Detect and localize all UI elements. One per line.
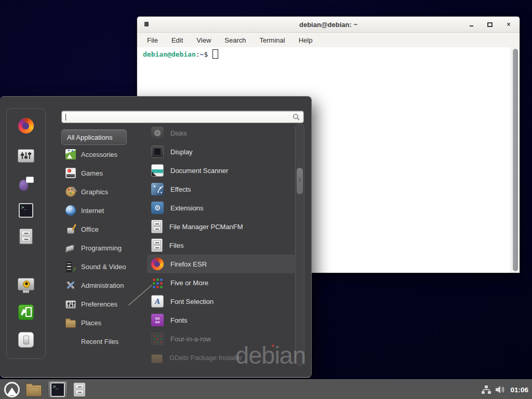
app-firefox-esr[interactable]: Firefox ESR [147,255,295,273]
app-display[interactable]: Display [147,142,295,161]
preferences-icon [65,300,76,309]
desktop: debian@debian: ~ × File Edit View Search… [0,0,532,399]
app-list-scrollbar[interactable] [295,124,304,366]
font-selection-icon: A [151,295,164,308]
category-accessories[interactable]: Accessories [61,145,144,164]
menu-help[interactable]: Help [299,36,313,44]
gdebi-icon [151,354,163,363]
category-label: Accessories [81,151,117,158]
maximize-button[interactable] [486,21,494,28]
favorite-firefox[interactable] [7,119,45,132]
app-files[interactable]: Files [147,236,295,255]
search-box [61,111,304,123]
app-effects[interactable]: Effects [147,180,295,198]
network-icon[interactable] [482,385,491,394]
category-label: Graphics [81,188,108,196]
favorite-log-out[interactable] [7,304,45,320]
category-label: Administration [81,282,124,289]
category-label: All Applications [67,134,112,141]
display-icon [151,145,164,158]
category-office[interactable]: Office [61,220,144,238]
menu-view[interactable]: View [196,36,211,44]
clock[interactable]: 01:06 [510,386,528,394]
terminal-scrollbar-thumb[interactable] [513,49,518,271]
serif-a-glyph: A [155,298,160,305]
category-sound-video[interactable]: ♪ Sound & Video [61,257,144,276]
menu-button[interactable] [4,382,20,397]
app-font-selection[interactable]: A Font Selection [147,292,295,311]
terminal-taskbar-button[interactable]: >_ [48,381,68,398]
category-internet[interactable]: Internet [61,201,144,220]
category-recent-files[interactable]: Recent Files [61,332,144,351]
search-input[interactable] [62,111,303,123]
taskbar-launchers: >_ [0,381,85,398]
places-icon [65,320,76,328]
administration-icon [65,280,76,290]
favorite-terminal[interactable]: >_ [7,203,45,218]
five-or-more-icon [151,276,164,289]
menu-search[interactable]: Search [224,36,246,44]
app-gdebi[interactable]: GDebi Package Installer [147,348,295,367]
application-menu: >_ All A [0,96,312,378]
category-label: Games [81,169,103,177]
close-button[interactable]: × [505,21,512,28]
app-label: File Manager PCManFM [169,223,243,231]
internet-icon [65,205,76,216]
note-glyph: ♪ [73,264,77,273]
terminal-prompt-glyph: >_ [53,384,58,389]
app-label: Font Selection [170,298,214,305]
terminal-prompt-glyph: >_ [21,205,26,210]
app-extensions[interactable]: ⚙ Extensions [147,198,295,217]
window-title: debian@debian: ~ [299,21,357,29]
category-all-applications[interactable]: All Applications [61,129,127,145]
favorite-file-manager[interactable] [7,230,45,243]
app-document-scanner[interactable]: Document Scanner [147,161,295,180]
app-label: Files [169,242,183,249]
category-places[interactable]: Places [61,313,144,332]
menu-edit[interactable]: Edit [171,36,183,44]
file-cabinet-icon [19,229,32,244]
category-label: Preferences [81,300,117,308]
app-five-or-more[interactable]: Five or More [147,273,295,292]
files-launcher[interactable] [73,382,85,396]
app-label: GDebi Package Installer [169,354,242,362]
file-manager-launcher[interactable] [26,385,42,396]
app-label: Firefox ESR [170,260,207,268]
favorite-shut-down[interactable] [7,332,45,348]
volume-icon[interactable] [496,385,506,394]
menu-terminal[interactable]: Terminal [260,36,285,44]
pidgin-icon [18,176,34,191]
favorite-lock-screen[interactable] [7,278,45,290]
shell-prompt: debian@debian:~$ [143,49,218,59]
programming-icon [65,243,76,253]
sound-video-icon: ♪ [65,261,76,272]
minimize-button[interactable] [468,21,475,28]
terminal-titlebar[interactable]: debian@debian: ~ × [137,17,520,33]
menu-file[interactable]: File [147,36,158,44]
category-label: Office [81,225,99,233]
category-administration[interactable]: Administration [61,276,144,295]
category-preferences[interactable]: Preferences [61,295,144,313]
app-disks[interactable]: Disks [147,124,295,142]
settings-mixer-icon [18,149,34,163]
file-cabinet-icon [151,238,163,252]
system-tray: 01:06 [482,385,532,394]
fonts-icon: aa aa [151,314,164,326]
app-label: Four-in-a-row [170,335,211,343]
favorite-pidgin[interactable] [7,176,45,191]
disks-icon [151,127,164,139]
category-label: Internet [81,207,104,215]
category-games[interactable]: Games [61,164,144,182]
category-programming[interactable]: Programming [61,238,144,257]
app-label: Effects [170,185,191,193]
favorite-settings-mixer[interactable] [7,149,45,163]
app-fonts[interactable]: aa aa Fonts [147,311,295,329]
app-label: Extensions [170,204,204,212]
fonts-glyph: aa aa [154,316,161,324]
app-four-in-a-row[interactable]: Four-in-a-row [147,329,295,348]
app-list-scrollbar-thumb[interactable] [297,168,303,194]
category-graphics[interactable]: Graphics [61,182,144,201]
terminal-scrollbar[interactable] [511,47,520,273]
app-file-manager-pcmanfm[interactable]: File Manager PCManFM [147,217,295,236]
window-icon [144,22,149,26]
